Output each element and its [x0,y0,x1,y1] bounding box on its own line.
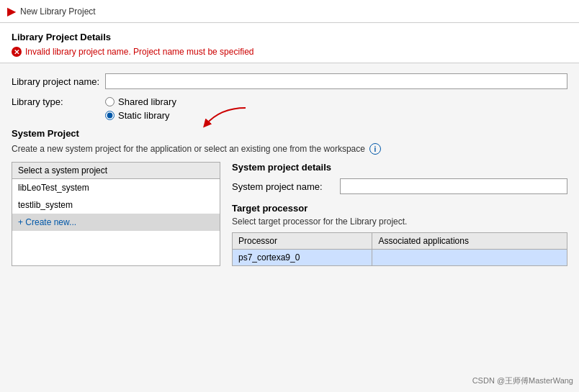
library-type-row: Library type: Shared library Static libr… [12,96,567,121]
list-item[interactable]: libLeoTest_system [12,179,220,196]
info-icon: i [369,143,381,155]
static-library-label[interactable]: Static library [118,110,170,121]
shared-library-option[interactable]: Shared library [105,96,176,107]
system-project-name-input[interactable] [340,178,567,194]
project-name-row: Library project name: [12,73,567,89]
watermark: CSDN @王师傅MasterWang [472,375,573,386]
title-bar: ▶ New Library Project [0,0,579,23]
system-project-desc: Create a new system project for the appl… [12,143,567,155]
title-bar-text: New Library Project [20,6,96,17]
list-item[interactable]: testlib_system [12,196,220,214]
shared-library-radio[interactable] [105,97,115,106]
project-name-input[interactable] [105,73,567,89]
shared-library-label[interactable]: Shared library [118,96,176,107]
col-processor: Processor [233,233,372,250]
system-project-name-label: System project name: [232,181,340,192]
system-project-title: System Project [12,128,567,139]
dialog: Library Project Details ✕ Invalid librar… [0,23,579,392]
cell-applications [372,250,567,266]
col-applications: Associated applications [372,233,567,250]
error-icon: ✕ [12,47,22,57]
details-section-title: System project details [232,162,567,173]
create-new-label: + Create new... [18,217,76,227]
title-bar-icon: ▶ [7,4,16,18]
cell-processor: ps7_cortexa9_0 [233,250,372,266]
error-message: Invalid library project name. Project na… [25,47,253,57]
error-row: ✕ Invalid library project name. Project … [12,47,567,57]
static-library-radio[interactable] [105,111,115,120]
library-type-label: Library type: [12,96,105,107]
system-project-desc-text: Create a new system project for the appl… [12,144,365,154]
list-header: Select a system project [12,163,220,179]
section-heading: Library Project Details [12,32,567,42]
two-col-layout: Select a system project libLeoTest_syste… [12,162,567,266]
table-row[interactable]: ps7_cortexa9_0 [233,250,567,266]
dialog-header: Library Project Details ✕ Invalid librar… [0,23,579,63]
system-project-section: System Project Create a new system proje… [12,128,567,266]
system-project-list-panel: Select a system project libLeoTest_syste… [12,162,220,266]
dialog-body: Library project name: Library type: Shar… [0,63,579,392]
target-processor-desc: Select target processor for the Library … [232,216,567,227]
target-processor-title: Target processor [232,203,567,214]
processor-table: Processor Associated applications ps7_co… [232,232,567,266]
create-new-item[interactable]: + Create new... [12,214,220,231]
system-project-name-row: System project name: [232,178,567,194]
static-library-option[interactable]: Static library [105,110,176,121]
project-name-label: Library project name: [12,76,105,87]
library-type-radio-group: Shared library Static library [105,96,176,121]
arrow-annotation [192,104,249,133]
system-project-details-panel: System project details System project na… [232,162,567,266]
